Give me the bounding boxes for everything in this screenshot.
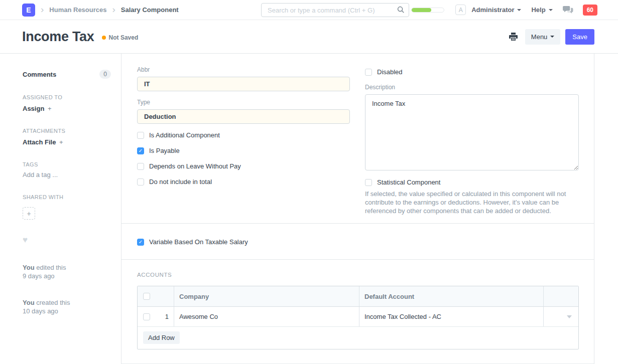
description-textarea[interactable]: Income Tax <box>365 94 579 170</box>
checkbox-label: Is Payable <box>149 147 180 154</box>
help-menu[interactable]: Help <box>531 6 552 14</box>
is-payable-checkbox[interactable]: ✓ Is Payable <box>137 147 350 154</box>
description-label: Description <box>365 84 579 91</box>
do-not-include-in-total-checkbox[interactable]: ✓ Do not include in total <box>137 178 350 186</box>
menu-label: Menu <box>531 33 548 41</box>
help-label: Help <box>531 6 545 14</box>
search-icon <box>397 6 405 15</box>
chevron-right-icon: › <box>41 5 44 16</box>
app-logo-icon[interactable]: E <box>22 4 35 17</box>
variable-based-on-taxable-salary-checkbox[interactable]: ✓ Variable Based On Taxable Salary <box>137 238 579 246</box>
shared-with-label: SHARED WITH <box>23 194 111 200</box>
chevron-down-icon <box>549 9 553 11</box>
checkbox-checked-icon: ✓ <box>137 147 144 154</box>
section-condition: ✓ Variable Based On Taxable Salary <box>121 223 594 259</box>
add-tag-input[interactable]: Add a tag ... <box>23 171 111 178</box>
attach-file-button[interactable]: Attach File + <box>23 138 111 146</box>
created-meta[interactable]: You created this 10 days ago <box>23 298 111 315</box>
sidebar-comments[interactable]: Comments 0 <box>23 70 111 79</box>
row-index: 1 <box>165 313 169 320</box>
row-default-account-cell[interactable]: Income Tax Collected - AC <box>359 307 543 326</box>
user-name: Administrator <box>471 6 514 14</box>
checkbox-icon: ✓ <box>137 163 144 170</box>
save-button[interactable]: Save <box>565 29 594 45</box>
notification-badge[interactable]: 60 <box>583 5 597 16</box>
section-details: Abbr Type ✓ Is Additional Component ✓ Is… <box>121 54 594 223</box>
created-when: 10 days ago <box>23 307 58 315</box>
assign-label: Assign <box>23 105 44 112</box>
grid-row-check-cell: ✓ 1 <box>138 307 174 326</box>
row-expand-cell[interactable] <box>543 307 578 326</box>
depends-on-lwp-checkbox[interactable]: ✓ Depends on Leave Without Pay <box>137 162 350 170</box>
form-layout: Abbr Type ✓ Is Additional Component ✓ Is… <box>121 54 594 364</box>
created-action: created this <box>36 299 70 306</box>
search-input[interactable] <box>261 3 409 17</box>
checkbox-label: Is Additional Component <box>149 131 220 139</box>
grid-header-default-account: Default Account <box>359 286 543 306</box>
assigned-to-label: ASSIGNED TO <box>23 94 111 100</box>
checkbox-label: Statistical Component <box>377 178 440 186</box>
abbr-input[interactable] <box>137 77 350 91</box>
avatar[interactable]: A <box>455 5 466 15</box>
chevron-right-icon: › <box>112 5 115 16</box>
statistical-help-text: If selected, the value specified or calc… <box>365 190 579 215</box>
checkbox-icon: ✓ <box>365 69 372 76</box>
attach-file-label: Attach File <box>23 138 56 146</box>
column-left: Abbr Type ✓ Is Additional Component ✓ Is… <box>137 63 350 223</box>
tags-label: TAGS <box>23 161 111 167</box>
accounts-grid: ✓ Company Default Account ✓ 1 Aweso <box>137 286 579 349</box>
row-checkbox[interactable]: ✓ <box>143 313 150 320</box>
status-text: Not Saved <box>109 34 139 41</box>
form-sidebar: Comments 0 ASSIGNED TO Assign + ATTACHME… <box>0 54 121 364</box>
is-additional-component-checkbox[interactable]: ✓ Is Additional Component <box>137 131 350 139</box>
print-icon[interactable] <box>509 33 518 41</box>
setup-progress-bar[interactable] <box>411 8 444 13</box>
content: Comments 0 ASSIGNED TO Assign + ATTACHME… <box>0 54 618 364</box>
table-row[interactable]: ✓ 1 Awesome Co Income Tax Collected - AC <box>138 307 578 327</box>
edited-who: You <box>23 264 35 271</box>
disabled-checkbox[interactable]: ✓ Disabled <box>365 68 579 76</box>
page-head: Income Tax Not Saved Menu Save <box>0 20 618 54</box>
dropdown-caret-icon <box>567 315 572 318</box>
add-row-button[interactable]: Add Row <box>143 331 180 344</box>
grid-header-settings-cell[interactable] <box>543 286 578 306</box>
menu-button[interactable]: Menu <box>525 29 561 45</box>
grid-footer: Add Row <box>138 327 578 349</box>
select-all-checkbox[interactable]: ✓ <box>143 293 150 300</box>
checkbox-checked-icon: ✓ <box>137 239 144 246</box>
share-button[interactable]: + <box>23 207 35 220</box>
column-right: ✓ Disabled Description Income Tax ✓ Stat… <box>365 63 579 223</box>
page-actions: Menu Save <box>509 29 594 45</box>
assign-button[interactable]: Assign + <box>23 105 111 112</box>
edited-action: edited this <box>36 264 66 271</box>
checkbox-label: Disabled <box>377 68 403 76</box>
created-who: You <box>23 299 35 306</box>
checkbox-icon: ✓ <box>365 179 372 186</box>
chevron-down-icon <box>517 9 521 11</box>
status-indicator: Not Saved <box>102 34 139 41</box>
section-accounts: ACCOUNTS ✓ Company Default Account <box>121 259 594 349</box>
user-menu[interactable]: Administrator <box>471 6 521 14</box>
like-icon[interactable]: ♥ <box>23 235 111 245</box>
grid-select-all-cell: ✓ <box>138 286 174 306</box>
type-label: Type <box>137 99 350 106</box>
comments-label: Comments <box>23 71 56 78</box>
abbr-label: Abbr <box>137 66 350 73</box>
breadcrumb-module[interactable]: Human Resources <box>49 6 106 14</box>
grid-header-company: Company <box>174 286 359 306</box>
comments-count-badge: 0 <box>99 70 111 79</box>
edited-meta[interactable]: You edited this 9 days ago <box>23 263 111 280</box>
navbar: E › Human Resources › Salary Component A… <box>0 0 618 20</box>
checkbox-label: Variable Based On Taxable Salary <box>149 238 248 246</box>
chat-icon[interactable] <box>563 6 573 15</box>
breadcrumb-doctype[interactable]: Salary Component <box>121 6 179 14</box>
progress-fill <box>412 8 431 12</box>
type-input[interactable] <box>137 109 350 124</box>
global-search <box>261 3 409 17</box>
checkbox-icon: ✓ <box>137 132 144 139</box>
checkbox-label: Do not include in total <box>149 178 212 186</box>
navbar-right: A Administrator Help 60 <box>411 5 597 16</box>
statistical-component-checkbox[interactable]: ✓ Statistical Component <box>365 178 579 186</box>
row-company-cell[interactable]: Awesome Co <box>174 307 359 326</box>
chevron-down-icon <box>550 36 554 38</box>
